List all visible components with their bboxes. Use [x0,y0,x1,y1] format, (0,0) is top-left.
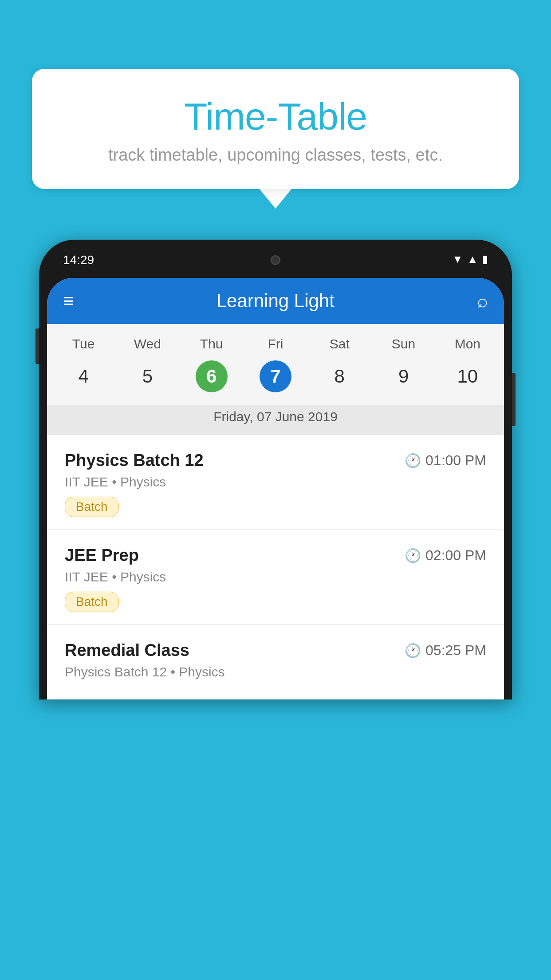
schedule-item-3-title: Remedial Class [65,641,189,660]
day-label-fri: Fri [244,336,307,352]
schedule-item-3[interactable]: Remedial Class 🕐 05:25 PM Physics Batch … [47,625,504,699]
day-8[interactable]: 8 [307,356,371,397]
speech-bubble-card: Time-Table track timetable, upcoming cla… [32,69,519,189]
signal-icon: ▲ [467,253,478,265]
schedule-item-1[interactable]: Physics Batch 12 🕐 01:00 PM IIT JEE • Ph… [47,435,504,530]
status-icons: ▼ ▲ ▮ [452,248,488,265]
app-bar-title: Learning Light [216,290,335,312]
phone-camera [271,255,280,265]
schedule-item-2-time: 🕐 02:00 PM [405,547,486,564]
schedule-item-3-subtitle: Physics Batch 12 • Physics [65,664,486,680]
speech-bubble-section: Time-Table track timetable, upcoming cla… [32,69,519,209]
app-feature-title: Time-Table [59,95,492,138]
day-label-thu: Thu [180,336,244,352]
day-6[interactable]: 6 [180,356,244,397]
status-time: 14:29 [63,248,94,267]
day-label-wed: Wed [115,336,179,352]
day-label-sat: Sat [307,336,371,352]
schedule-item-2-title: JEE Prep [65,546,139,565]
app-screen: ≡ Learning Light ⌕ Tue Wed Thu Fri Sat S… [47,278,504,699]
days-numbers: 4 5 6 7 8 9 10 [47,356,504,405]
clock-icon-1: 🕐 [405,453,421,468]
schedule-item-3-header: Remedial Class 🕐 05:25 PM [65,641,486,660]
app-bar: ≡ Learning Light ⌕ [47,278,504,324]
selected-date: Friday, 07 June 2019 [47,405,504,435]
wifi-icon: ▼ [452,253,463,265]
day-label-mon: Mon [436,336,500,352]
battery-icon: ▮ [482,253,488,265]
status-bar: 14:29 ▼ ▲ ▮ [47,248,504,278]
search-icon[interactable]: ⌕ [477,290,488,312]
clock-icon-3: 🕐 [405,643,421,658]
clock-icon-2: 🕐 [405,548,421,563]
phone-mockup: 14:29 ▼ ▲ ▮ ≡ Learning Light ⌕ Tue [39,240,512,980]
menu-icon[interactable]: ≡ [63,292,74,310]
schedule-item-1-subtitle: IIT JEE • Physics [65,474,486,490]
phone-frame: 14:29 ▼ ▲ ▮ ≡ Learning Light ⌕ Tue [39,240,512,699]
schedule-item-3-time: 🕐 05:25 PM [405,642,486,659]
schedule-item-1-title: Physics Batch 12 [65,451,204,470]
day-5[interactable]: 5 [115,356,179,397]
phone-notch [244,248,307,273]
phone-side-button-left [35,328,39,364]
day-4[interactable]: 4 [51,356,115,397]
schedule-item-2-subtitle: IIT JEE • Physics [65,569,486,585]
schedule-item-2[interactable]: JEE Prep 🕐 02:00 PM IIT JEE • Physics Ba… [47,530,504,625]
calendar-week: Tue Wed Thu Fri Sat Sun Mon 4 5 6 7 [47,324,504,435]
day-label-tue: Tue [51,336,115,352]
schedule-item-1-time: 🕐 01:00 PM [405,452,486,469]
day-9[interactable]: 9 [371,356,435,397]
days-header: Tue Wed Thu Fri Sat Sun Mon [47,324,504,356]
schedule-item-2-header: JEE Prep 🕐 02:00 PM [65,546,486,565]
day-label-sun: Sun [371,336,435,352]
day-7[interactable]: 7 [244,356,307,397]
schedule-item-1-header: Physics Batch 12 🕐 01:00 PM [65,451,486,470]
phone-side-button-right [512,373,516,426]
schedule-item-1-badge: Batch [65,497,119,517]
speech-bubble-arrow [260,189,291,209]
schedule-item-2-badge: Batch [65,592,119,612]
schedule-list: Physics Batch 12 🕐 01:00 PM IIT JEE • Ph… [47,435,504,699]
app-feature-subtitle: track timetable, upcoming classes, tests… [59,146,492,165]
day-10[interactable]: 10 [436,356,500,397]
